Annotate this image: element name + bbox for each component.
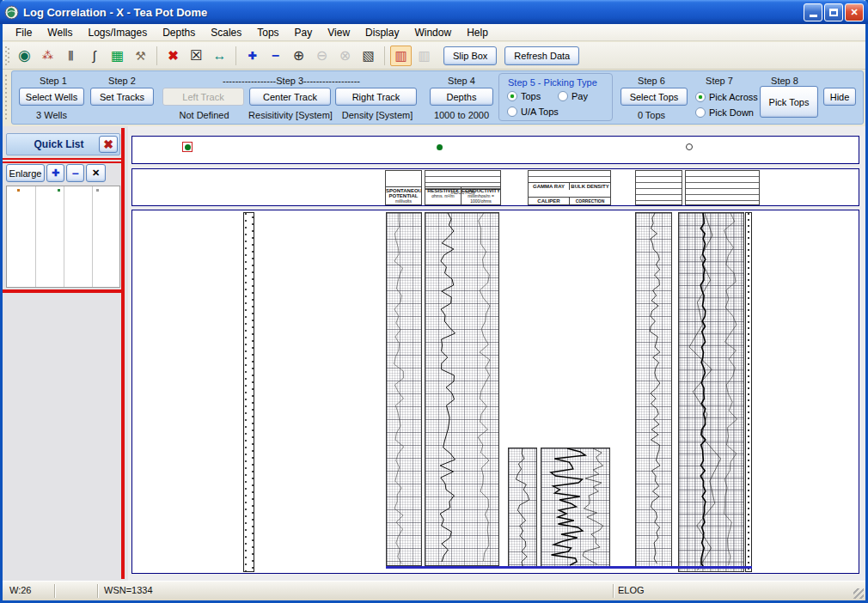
content-area: Quick List ✖ Enlarge ✚ − ✕: [3, 126, 865, 581]
step4-label: Step 4: [435, 76, 488, 86]
log-header-resistivity: INDUCTION RESISTIVITYohms. m²/m CONDUCTI…: [425, 170, 501, 205]
delete-tops-icon[interactable]: ✖: [162, 46, 184, 66]
set-tracks-icon[interactable]: ⫴: [60, 46, 82, 66]
picking-type-group: Step 5 - Picking Type Tops Pay U/A Tops: [498, 73, 613, 121]
center-track-button[interactable]: Center Track: [249, 88, 331, 106]
quick-list-sidebar: Quick List ✖ Enlarge ✚ − ✕: [3, 126, 128, 581]
menu-help[interactable]: Help: [459, 25, 496, 40]
quick-list-close-button[interactable]: ✖: [99, 136, 118, 153]
menu-tops[interactable]: Tops: [249, 25, 286, 40]
menu-file[interactable]: File: [8, 25, 40, 40]
enlarge-button[interactable]: Enlarge: [6, 164, 45, 182]
image-icon[interactable]: ▧: [358, 46, 379, 66]
radio-pick-across-icon[interactable]: [695, 92, 706, 102]
fit-width-icon[interactable]: ↔: [209, 46, 230, 66]
title-bar[interactable]: Log Correlation - X - Tea Pot Dome ✕: [0, 0, 868, 24]
menu-wells[interactable]: Wells: [40, 25, 80, 40]
quick-list-header: Quick List ✖: [6, 133, 120, 155]
hide-button[interactable]: Hide: [823, 88, 856, 106]
resize-grip[interactable]: [853, 588, 864, 599]
log-header-row: SPONTANEOUS POTENTIALmillivolts INDUCTIO…: [131, 168, 859, 206]
zoom-out-icon: ⊖: [311, 46, 333, 66]
log-track-gamma[interactable]: [508, 448, 537, 567]
well-marker-row: [131, 136, 859, 164]
menu-display[interactable]: Display: [358, 25, 406, 40]
depth-tick-strip: [745, 212, 752, 572]
center-track-status: Resisitivity [System]: [242, 110, 339, 120]
radio-ua-tops-icon[interactable]: [507, 107, 517, 117]
steps-panel: Step 1 Select Wells 3 Wells Step 2 Set T…: [3, 70, 865, 126]
radio-ua-tops[interactable]: U/A Tops: [507, 107, 559, 117]
toolbar-separator: [235, 46, 236, 65]
menu-depths[interactable]: Depths: [155, 25, 203, 40]
radio-pick-down-icon[interactable]: [695, 107, 706, 118]
right-track-status: Density [System]: [333, 110, 421, 120]
tools-edit-icon[interactable]: ⚒: [130, 46, 151, 66]
toolbar-icons: ◉⁂⫴∫▦⚒✖☒↔✚−⊕⊖⊗▧▥▥: [13, 46, 436, 66]
log-tracks-area[interactable]: [131, 210, 859, 574]
delete-box-icon[interactable]: ☒: [186, 46, 207, 66]
preview-well-marker: [58, 189, 60, 192]
toolbar-grip[interactable]: [5, 46, 9, 65]
quick-list-add-button[interactable]: ✚: [46, 164, 64, 182]
select-wells-button[interactable]: Select Wells: [19, 88, 84, 106]
increase-icon[interactable]: ✚: [241, 46, 263, 66]
wells-globe-icon[interactable]: ◉: [14, 46, 35, 66]
radio-pay[interactable]: Pay: [558, 91, 588, 101]
well-picker-icon[interactable]: ⁂: [37, 46, 58, 66]
quick-list-clear-button[interactable]: ✕: [86, 164, 106, 182]
divider: [3, 289, 124, 293]
menu-pay[interactable]: Pay: [287, 25, 321, 40]
depths-button[interactable]: Depths: [430, 88, 493, 106]
set-tracks-button[interactable]: Set Tracks: [90, 88, 154, 106]
select-tops-button[interactable]: Select Tops: [620, 88, 688, 106]
zoom-in-icon[interactable]: ⊕: [288, 46, 309, 66]
radio-tops-icon[interactable]: [507, 91, 517, 101]
depth-track[interactable]: [243, 212, 254, 572]
menu-view[interactable]: View: [320, 25, 358, 40]
quick-list-preview[interactable]: [6, 186, 120, 288]
radio-ua-tops-label: U/A Tops: [521, 107, 559, 117]
log-track-resistivity[interactable]: [425, 212, 499, 566]
step2-label: Step 2: [95, 76, 149, 86]
radio-pick-down[interactable]: Pick Down: [695, 107, 754, 118]
steps-panel-grip[interactable]: [5, 75, 9, 121]
log-track-right-sp[interactable]: [635, 212, 672, 567]
pick-tops-button[interactable]: Pick Tops: [760, 86, 818, 118]
step4-status: 1000 to 2000: [427, 110, 496, 120]
quick-list-remove-button[interactable]: −: [66, 164, 84, 182]
log-track-density[interactable]: [541, 448, 610, 567]
radio-pick-across-label: Pick Across: [709, 92, 758, 102]
menu-window[interactable]: Window: [406, 25, 459, 40]
toolbar-separator: [384, 46, 385, 65]
well-marker-empty[interactable]: [686, 143, 693, 150]
curve-select-icon[interactable]: ∫: [83, 46, 105, 66]
well-marker-selected[interactable]: [182, 142, 193, 152]
log-track-sp[interactable]: [386, 212, 422, 566]
toolbar-separator: [156, 46, 157, 65]
close-button[interactable]: ✕: [845, 3, 864, 21]
log-header-sp: SPONTANEOUS POTENTIALmillivolts: [385, 170, 422, 205]
menu-logs-images[interactable]: Logs/Images: [80, 25, 155, 40]
right-track-button[interactable]: Right Track: [335, 88, 417, 106]
grid-table-icon[interactable]: ▦: [107, 46, 128, 66]
log-track-right-resistivity[interactable]: [678, 212, 744, 572]
menu-scales[interactable]: Scales: [203, 25, 249, 40]
slip-box-button[interactable]: Slip Box: [443, 46, 497, 65]
radio-tops[interactable]: Tops: [507, 91, 541, 101]
sidebar-splitter[interactable]: [121, 128, 125, 579]
radio-pay-icon[interactable]: [558, 91, 568, 101]
decrease-icon[interactable]: −: [265, 46, 286, 66]
zoom-cancel-icon: ⊗: [334, 46, 356, 66]
log-bottom-line: [386, 566, 752, 569]
log-layout-icon[interactable]: ▥: [390, 46, 412, 66]
status-bar: W:26 WSN=1334 ELOG: [3, 581, 865, 600]
status-app-name: ELOG: [618, 585, 645, 595]
radio-tops-label: Tops: [521, 91, 541, 101]
maximize-button[interactable]: [824, 3, 843, 21]
refresh-data-button[interactable]: Refresh Data: [504, 46, 579, 65]
minimize-button[interactable]: [804, 3, 822, 21]
step8-label: Step 8: [759, 76, 810, 86]
radio-pick-across[interactable]: Pick Across: [695, 92, 758, 102]
well-marker[interactable]: [437, 144, 443, 150]
